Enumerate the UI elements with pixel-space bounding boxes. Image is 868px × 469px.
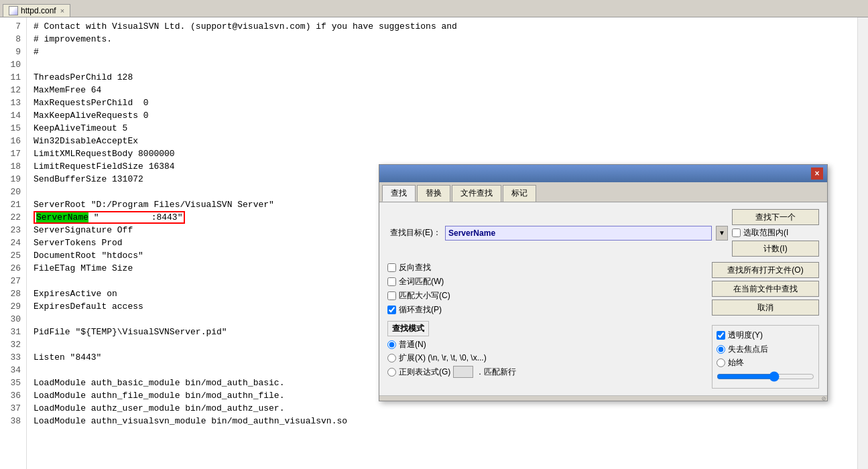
right-panel: 查找所有打开文件(O) 在当前文件中查找 取消 透明度(Y) 失去焦点后 — [712, 262, 819, 389]
loop-row: 循环查找(P) — [387, 304, 705, 316]
always-row: 始终 — [717, 357, 814, 368]
loop-checkbox[interactable] — [387, 306, 396, 314]
reverse-checkbox[interactable] — [387, 263, 396, 272]
line-number: 33 — [5, 351, 21, 364]
code-line: Win32DisableAcceptEx — [34, 135, 857, 147]
dialog-tab-替换[interactable]: 替换 — [417, 185, 450, 202]
radio-regex-row: 正则表达式(G) ．匹配新行 — [387, 366, 705, 378]
search-combo-arrow[interactable]: ▼ — [716, 226, 728, 241]
code-line: KeepAliveTimeout 5 — [34, 122, 857, 135]
line-number: 27 — [5, 275, 21, 287]
regex-match-newline-label: ．匹配新行 — [476, 366, 516, 378]
radio-normal-row: 普通(N) — [387, 339, 705, 350]
line-number: 24 — [5, 237, 21, 249]
code-line — [34, 58, 857, 71]
radio-extended[interactable] — [387, 354, 396, 362]
dialog-resize-handle[interactable]: ⊘ — [379, 395, 827, 401]
radio-normal[interactable] — [387, 340, 396, 349]
transparency-section: 透明度(Y) 失去焦点后 始终 — [712, 325, 819, 389]
line-number: 34 — [5, 364, 21, 377]
line-number: 13 — [5, 96, 21, 109]
radio-regex[interactable] — [387, 368, 396, 377]
code-line: LoadModule authz_user_module bin/mod_aut… — [34, 402, 857, 415]
radio-lose-focus[interactable] — [717, 345, 725, 354]
line-number: 25 — [5, 249, 21, 262]
match-box: ServerName " :8443" — [34, 211, 185, 224]
tab-close-btn[interactable]: × — [60, 7, 64, 15]
find-next-button[interactable]: 查找下一个 — [732, 209, 819, 225]
range-checkbox[interactable] — [732, 228, 741, 237]
line-number: 14 — [5, 109, 21, 122]
code-line: MaxKeepAliveRequests 0 — [34, 109, 857, 122]
line-number: 20 — [5, 186, 21, 198]
line-number: 22 — [5, 211, 21, 224]
file-tab-icon — [9, 6, 18, 15]
lose-focus-label: 失去焦点后 — [728, 344, 768, 355]
code-line: LimitXMLRequestBody 8000000 — [34, 147, 857, 160]
transparency-checkbox[interactable] — [717, 331, 725, 340]
find-all-open-button[interactable]: 查找所有打开文件(O) — [712, 262, 819, 278]
dialog-titlebar: × — [379, 165, 827, 182]
radio-extended-row: 扩展(X) (\n, \r, \t, \0, \x...) — [387, 352, 705, 364]
match-case-row: 匹配大小写(C) — [387, 290, 705, 302]
search-match-highlight: ServerName — [36, 212, 88, 222]
radio-extended-label: 扩展(X) (\n, \r, \t, \0, \x...) — [399, 352, 487, 364]
dialog-tabs: 查找替换文件查找标记 — [379, 182, 827, 202]
reverse-label: 反向查找 — [399, 262, 431, 273]
dialog-tab-标记[interactable]: 标记 — [503, 185, 536, 202]
whole-word-label: 全词匹配(W) — [399, 276, 444, 287]
line-number: 11 — [5, 71, 21, 84]
line-number: 30 — [5, 313, 21, 326]
match-case-label: 匹配大小写(C) — [399, 290, 450, 302]
line-number: 23 — [5, 224, 21, 237]
search-dialog: × 查找替换文件查找标记 查找目标(E)： ▼ 查找下一个 选取范围内(I 计数… — [379, 164, 828, 401]
dialog-tab-文件查找[interactable]: 文件查找 — [452, 185, 501, 202]
cancel-button[interactable]: 取消 — [712, 299, 819, 316]
radio-always[interactable] — [717, 358, 725, 367]
loop-label: 循环查找(P) — [399, 304, 442, 316]
line-number: 26 — [5, 262, 21, 275]
match-case-checkbox[interactable] — [387, 291, 396, 300]
line-number: 38 — [5, 415, 21, 427]
tab-bar: httpd.conf × — [0, 0, 868, 17]
line-number: 15 — [5, 122, 21, 135]
regex-inline-input[interactable] — [453, 366, 473, 378]
mode-section: 查找模式 普通(N) 扩展(X) (\n, \r, \t, \0, \x...)… — [387, 321, 705, 378]
file-tab[interactable]: httpd.conf × — [3, 4, 70, 17]
dialog-tab-查找[interactable]: 查找 — [382, 185, 416, 202]
line-number: 12 — [5, 84, 21, 96]
line-number: 29 — [5, 300, 21, 313]
search-input[interactable] — [445, 226, 712, 241]
code-line: # Contact with VisualSVN Ltd. (support@v… — [34, 20, 857, 33]
reverse-row: 反向查找 — [387, 262, 705, 273]
line-number: 19 — [5, 173, 21, 186]
line-number: 17 — [5, 147, 21, 160]
transparency-row: 透明度(Y) — [717, 330, 814, 341]
mode-label: 查找模式 — [387, 321, 429, 336]
line-number: 8 — [5, 33, 21, 46]
line-number: 7 — [5, 20, 21, 33]
code-line: LoadModule authn_visualsvn_module bin/mo… — [34, 415, 857, 427]
code-line: # improvements. — [34, 33, 857, 46]
transparency-label: 透明度(Y) — [728, 330, 763, 341]
count-button[interactable]: 计数(I) — [732, 241, 819, 257]
range-label: 选取范围内(I — [743, 227, 788, 239]
code-line: # — [34, 46, 857, 58]
left-options: 反向查找 全词匹配(W) 匹配大小写(C) 循环查找(P) 查找模式 — [387, 262, 705, 389]
line-numbers: 7891011121314151617181920212223242526272… — [0, 17, 27, 469]
code-line: MaxRequestsPerChild 0 — [34, 96, 857, 109]
find-in-current-button[interactable]: 在当前文件中查找 — [712, 281, 819, 297]
code-line: ThreadsPerChild 128 — [34, 71, 857, 84]
line-number: 32 — [5, 338, 21, 351]
line-number: 35 — [5, 377, 21, 389]
file-tab-label: httpd.conf — [21, 6, 56, 15]
whole-word-checkbox[interactable] — [387, 277, 396, 286]
line-number: 16 — [5, 135, 21, 147]
line-number: 9 — [5, 46, 21, 58]
line-number: 31 — [5, 326, 21, 338]
dialog-close-button[interactable]: × — [811, 168, 823, 180]
vertical-scrollbar[interactable] — [857, 17, 868, 469]
code-line: MaxMemFree 64 — [34, 84, 857, 96]
transparency-slider[interactable] — [717, 371, 814, 382]
radio-regex-label: 正则表达式(G) — [399, 366, 450, 378]
